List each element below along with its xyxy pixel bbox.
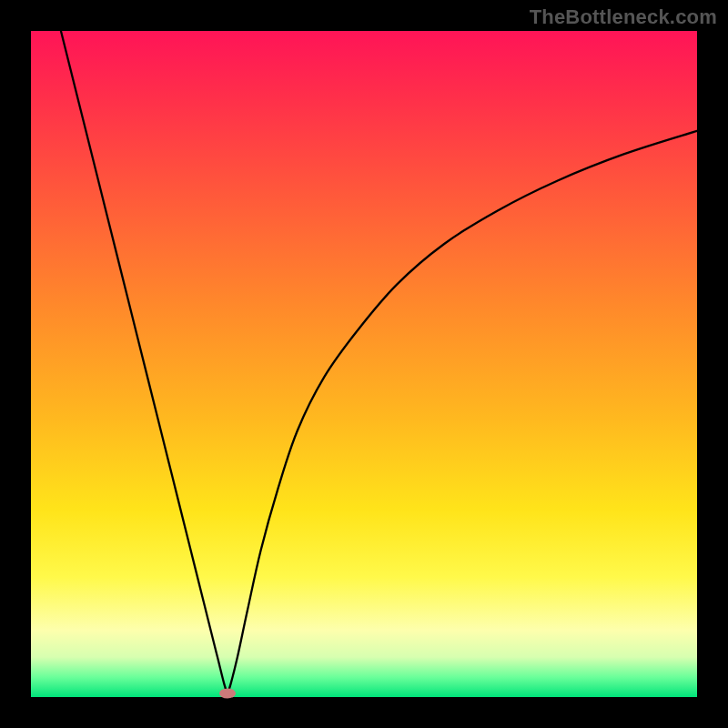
optimum-marker [219, 689, 236, 699]
plot-area [31, 31, 697, 697]
chart-container: TheBottleneck.com [0, 0, 728, 728]
bottleneck-curve [31, 31, 697, 697]
curve-left-branch [61, 31, 228, 693]
attribution-label: TheBottleneck.com [530, 5, 717, 29]
curve-right-branch [228, 131, 697, 694]
